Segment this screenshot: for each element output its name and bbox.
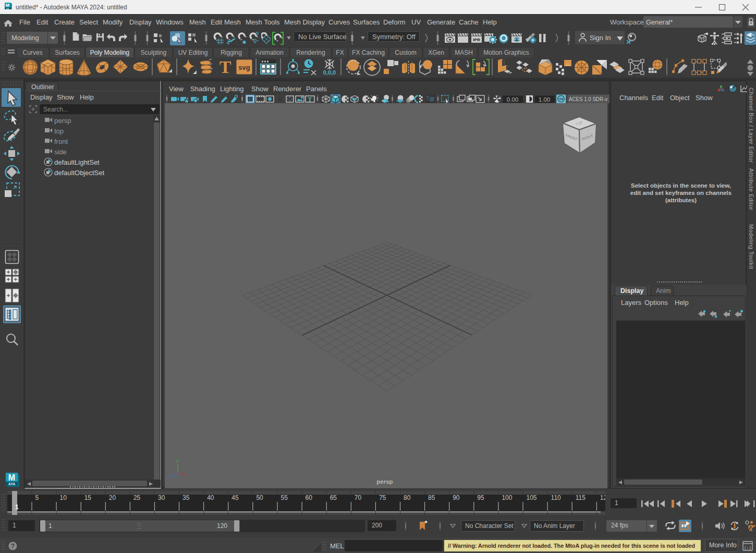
- svg-text:ACES 1.0 SDR-v: ACES 1.0 SDR-v: [569, 96, 607, 102]
- svg-text:100: 100: [502, 494, 512, 501]
- svg-text:40: 40: [207, 494, 214, 501]
- svg-text:1.00: 1.00: [539, 96, 550, 103]
- svg-text:ON: ON: [559, 97, 563, 101]
- svg-text:20: 20: [109, 494, 116, 501]
- svg-text:35: 35: [182, 494, 190, 501]
- svg-text:75: 75: [379, 494, 386, 501]
- svg-text:T: T: [308, 96, 312, 103]
- svg-text:80: 80: [404, 494, 411, 501]
- svg-text:45: 45: [231, 494, 239, 501]
- svg-text:0,0,0: 0,0,0: [323, 69, 336, 76]
- svg-text:0.00: 0.00: [507, 96, 518, 103]
- svg-text:M: M: [6, 3, 9, 8]
- svg-text:IPR: IPR: [473, 38, 480, 42]
- svg-text:10: 10: [60, 494, 67, 501]
- svg-text:1: 1: [15, 503, 19, 511]
- svg-text:?: ?: [11, 543, 15, 550]
- svg-text:30: 30: [158, 494, 165, 501]
- svg-text:persp: persp: [376, 478, 393, 485]
- svg-text:60: 60: [306, 494, 313, 501]
- svg-text:95: 95: [477, 494, 484, 501]
- svg-text:105: 105: [527, 494, 537, 501]
- svg-text:90: 90: [453, 494, 460, 501]
- svg-text:svg: svg: [238, 64, 250, 71]
- svg-text:120: 120: [600, 494, 605, 501]
- svg-text:65: 65: [330, 494, 337, 501]
- svg-text:AYA: AYA: [6, 8, 9, 10]
- svg-text:25: 25: [133, 494, 141, 501]
- svg-text:M: M: [8, 473, 15, 482]
- svg-text:x: x: [184, 472, 187, 477]
- svg-text:50: 50: [256, 494, 263, 501]
- svg-text:AYA: AYA: [8, 482, 16, 486]
- svg-text:5: 5: [35, 494, 39, 501]
- svg-text:110: 110: [551, 494, 561, 501]
- svg-text:z: z: [169, 474, 171, 479]
- svg-text:15: 15: [84, 494, 92, 501]
- svg-text:{;}: {;}: [744, 545, 751, 550]
- svg-text:55: 55: [281, 494, 288, 501]
- svg-text:70: 70: [355, 494, 362, 501]
- svg-text:T: T: [220, 59, 231, 75]
- svg-text:85: 85: [428, 494, 435, 501]
- svg-text:y: y: [177, 458, 179, 463]
- svg-text:115: 115: [576, 494, 586, 501]
